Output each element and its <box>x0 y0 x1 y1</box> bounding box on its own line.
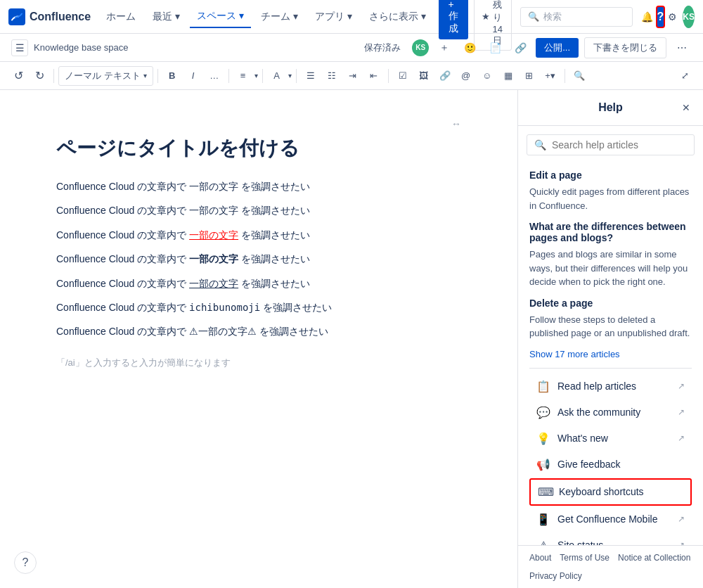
help-menu-item-site-status[interactable]: ⚠ Site status ↗ <box>529 533 692 546</box>
help-menu-item-read[interactable]: 📋 Read help articles ↗ <box>529 374 692 399</box>
toolbar-divider-7 <box>565 69 565 83</box>
text-color-button[interactable]: A <box>267 66 287 86</box>
keyboard-icon: ⌨ <box>538 485 552 499</box>
close-draft-button[interactable]: 下書きを閉じる <box>584 37 666 58</box>
external-link-icon-1: ↗ <box>678 407 685 417</box>
search-icon: 🔍 <box>528 11 539 22</box>
indent-button[interactable]: ⇥ <box>343 66 363 86</box>
help-title: Help <box>598 101 623 114</box>
external-link-icon-2: ↗ <box>678 433 685 443</box>
external-link-icon-6: ↗ <box>678 540 685 545</box>
community-text: Ask the community <box>557 407 640 418</box>
menu-icon: ☰ <box>15 42 25 53</box>
bottom-help-button[interactable]: ? <box>14 551 37 574</box>
help-menu-item-keyboard[interactable]: ⌨ Keyboard shortcuts <box>529 478 692 506</box>
footer-link-privacy[interactable]: Privacy Policy <box>529 571 582 581</box>
editor-toolbar: ↺ ↻ ノーマル テキスト ▾ B I … ≡ ▾ A ▾ ☰ ☷ ⇥ ⇤ ☑ … <box>0 62 703 90</box>
question-icon: ? <box>657 11 664 23</box>
editor-line-4: Confluence Cloud の文章内で 一部の文字 を強調させたい <box>56 251 461 267</box>
emoji-button[interactable]: 🙂 <box>460 38 479 58</box>
help-section-desc-2: Pages and blogs are similar in some ways… <box>529 248 692 289</box>
footer-link-terms[interactable]: Terms of Use <box>560 553 610 563</box>
expand-editor-button[interactable]: ⤢ <box>675 66 695 86</box>
publish-button[interactable]: 公開... <box>536 38 579 58</box>
nav-item-more[interactable]: さらに表示 ▾ <box>362 6 433 27</box>
help-footer: About Terms of Use Notice at Collection … <box>518 545 703 588</box>
nav-item-team[interactable]: チーム ▾ <box>254 6 305 27</box>
more-options-button[interactable]: ⋯ <box>672 38 692 58</box>
settings-button[interactable]: ⚙ <box>668 6 677 28</box>
search-bar[interactable]: 🔍 検索 <box>520 7 633 27</box>
keyboard-text: Keyboard shortcuts <box>559 486 644 497</box>
outdent-button[interactable]: ⇤ <box>364 66 384 86</box>
redo-button[interactable]: ↻ <box>30 66 49 86</box>
link-toolbar-button[interactable]: 🔗 <box>435 66 455 86</box>
text-style-selector[interactable]: ノーマル テキスト ▾ <box>58 66 153 86</box>
help-search-icon: 🔍 <box>534 139 546 151</box>
help-search-box[interactable]: 🔍 <box>527 134 695 155</box>
saved-status: 保存済み <box>364 41 401 54</box>
template-button[interactable]: 📄 <box>485 38 505 58</box>
help-button[interactable]: ? <box>656 6 666 28</box>
external-link-icon-5: ↗ <box>678 514 685 524</box>
bold-button[interactable]: B <box>162 66 182 86</box>
undo-button[interactable]: ↺ <box>8 66 28 86</box>
italic-button[interactable]: I <box>183 66 203 86</box>
help-section-title-2: What are the differences between pages a… <box>529 221 692 243</box>
chevron-align-icon: ▾ <box>254 72 258 79</box>
nav-item-spaces[interactable]: スペース ▾ <box>190 6 251 28</box>
editor-area[interactable]: ↔ ページにタイトルを付ける Confluence Cloud の文章内で 一部… <box>0 90 517 588</box>
read-articles-icon: 📋 <box>536 380 550 393</box>
toolbar-divider-2 <box>157 69 158 83</box>
bullet-list-button[interactable]: ☰ <box>301 66 321 86</box>
search-toolbar-button[interactable]: 🔍 <box>569 66 589 86</box>
create-button[interactable]: + 作成 <box>439 0 468 39</box>
help-search-input[interactable] <box>552 139 687 151</box>
user-avatar[interactable]: KS <box>683 6 695 28</box>
add-collaborator-button[interactable]: ＋ <box>434 38 454 58</box>
nav-item-apps[interactable]: アプリ ▾ <box>308 6 359 27</box>
nav-item-recent[interactable]: 最近 ▾ <box>146 6 187 27</box>
more-layout-button[interactable]: ⊞ <box>520 66 539 86</box>
avatar-breadcrumb[interactable]: KS <box>412 39 429 56</box>
page-title[interactable]: ページにタイトルを付ける <box>56 135 461 162</box>
help-close-button[interactable]: ✕ <box>678 99 695 116</box>
whats-new-icon: 💡 <box>536 432 550 445</box>
help-menu-item-feedback[interactable]: 📢 Give feedback <box>529 452 692 477</box>
plus-insert-button[interactable]: +▾ <box>541 66 560 86</box>
nav-item-home[interactable]: ホーム <box>99 6 143 27</box>
community-icon: 💬 <box>536 406 550 419</box>
sidebar-toggle[interactable]: ☰ <box>11 39 28 56</box>
footer-link-about[interactable]: About <box>529 553 551 563</box>
trial-star-icon: ★ <box>482 11 490 22</box>
link-button[interactable]: 🔗 <box>510 38 530 58</box>
expand-icon[interactable]: ↔ <box>56 118 461 129</box>
task-button[interactable]: ☑ <box>393 66 413 86</box>
toolbar-divider-4 <box>262 69 263 83</box>
notifications-button[interactable]: 🔔 <box>641 6 653 28</box>
feedback-icon: 📢 <box>536 458 550 471</box>
image-button[interactable]: 🖼 <box>414 66 434 86</box>
emoji-toolbar-button[interactable]: ☺ <box>477 66 497 86</box>
align-button[interactable]: ≡ <box>233 66 253 86</box>
show-more-articles-link[interactable]: Show 17 more articles <box>529 349 692 359</box>
help-menu-item-mobile[interactable]: 📱 Get Confluence Mobile ↗ <box>529 507 692 532</box>
mention-button[interactable]: @ <box>456 66 476 86</box>
breadcrumb-bar: ☰ Knowledge base space 保存済み KS ＋ 🙂 📄 🔗 公… <box>0 34 703 62</box>
numbered-list-button[interactable]: ☷ <box>322 66 342 86</box>
toolbar-divider-6 <box>388 69 389 83</box>
read-articles-text: Read help articles <box>557 381 636 392</box>
site-status-icon: ⚠ <box>536 539 550 546</box>
help-section-pages-blogs: What are the differences between pages a… <box>529 221 692 289</box>
confluence-logo-icon <box>8 8 25 25</box>
toolbar-divider-5 <box>296 69 297 83</box>
bell-icon: 🔔 <box>641 11 653 23</box>
more-format-button[interactable]: … <box>205 66 224 86</box>
table-button[interactable]: ▦ <box>498 66 518 86</box>
footer-link-notice[interactable]: Notice at Collection <box>618 553 690 563</box>
help-menu-item-community[interactable]: 💬 Ask the community ↗ <box>529 400 692 425</box>
help-section-edit-page: Edit a page Quickly edit pages from diff… <box>529 170 692 212</box>
breadcrumb-text: Knowledge base space <box>34 42 128 53</box>
help-menu-item-whats-new[interactable]: 💡 What's new ↗ <box>529 426 692 451</box>
app-logo[interactable]: Confluence <box>8 8 91 25</box>
